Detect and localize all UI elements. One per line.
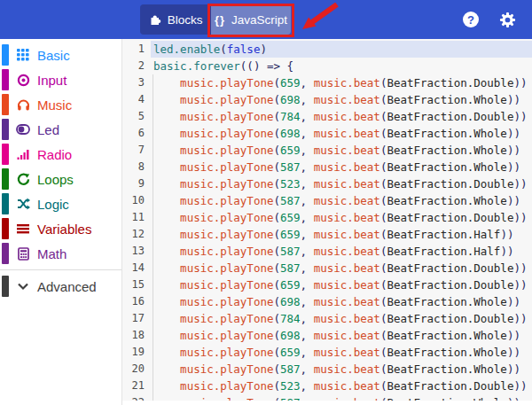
settings-button[interactable]	[499, 12, 516, 28]
sidebar-item-logic[interactable]: Logic	[0, 191, 121, 216]
code-text: music.playTone(523, music.beat(BeatFract…	[151, 378, 532, 394]
line-number: 12	[122, 226, 151, 243]
bars-icon	[16, 222, 30, 236]
code-text: music.playTone(659, music.beat(BeatFract…	[151, 209, 532, 226]
code-text: music.playTone(523, music.beat(BeatFract…	[151, 175, 532, 192]
code-line[interactable]: 2basic.forever(() => {	[122, 58, 532, 74]
code-line[interactable]: 5 music.playTone(784, music.beat(BeatFra…	[122, 108, 532, 125]
header-actions: ?	[463, 0, 516, 39]
code-line[interactable]: 16 music.playTone(698, music.beat(BeatFr…	[122, 293, 532, 310]
toolbox-category-list: Basic Input Music	[0, 39, 121, 299]
code-text: music.playTone(698, music.beat(BeatFract…	[151, 327, 532, 344]
code-line[interactable]: 8 music.playTone(587, music.beat(BeatFra…	[122, 159, 532, 175]
code-line[interactable]: 9 music.playTone(523, music.beat(BeatFra…	[122, 175, 532, 192]
code-text: music.playTone(659, music.beat(BeatFract…	[151, 344, 532, 361]
code-text: music.playTone(698, music.beat(BeatFract…	[151, 293, 532, 310]
code-text: music.playTone(587, music.beat(BeatFract…	[151, 243, 532, 260]
code-line[interactable]: 20 music.playTone(587, music.beat(BeatFr…	[122, 361, 532, 378]
sidebar-item-radio[interactable]: Radio	[0, 142, 121, 167]
code-line[interactable]: 15 music.playTone(659, music.beat(BeatFr…	[122, 276, 532, 293]
code-line[interactable]: 17 music.playTone(784, music.beat(BeatFr…	[122, 310, 532, 327]
code-text: music.playTone(587, music.beat(BeatFract…	[151, 159, 532, 175]
line-number: 7	[122, 142, 151, 159]
code-text: music.playTone(659, music.beat(BeatFract…	[151, 74, 532, 91]
calculator-icon	[16, 246, 30, 261]
line-number: 8	[122, 159, 151, 175]
signal-icon	[16, 147, 30, 161]
sidebar-item-music[interactable]: Music	[0, 92, 121, 117]
code-line[interactable]: 10 music.playTone(587, music.beat(BeatFr…	[122, 192, 532, 209]
shuffle-icon	[16, 197, 30, 211]
code-line[interactable]: 12 music.playTone(659, music.beat(BeatFr…	[122, 226, 532, 243]
sidebar-item-label: Input	[37, 73, 66, 88]
code-line[interactable]: 13 music.playTone(587, music.beat(BeatFr…	[122, 243, 532, 260]
sidebar-divider	[0, 269, 121, 270]
question-icon: ?	[467, 13, 474, 27]
gear-icon	[499, 12, 516, 28]
category-color-bar	[2, 94, 9, 115]
code-text: music.playTone(698, music.beat(BeatFract…	[151, 91, 532, 108]
refresh-icon	[16, 172, 30, 186]
editor-mode-tabs: Blocks {} JavaScript	[140, 4, 291, 35]
code-line[interactable]: 14 music.playTone(587, music.beat(BeatFr…	[122, 260, 532, 276]
line-number: 18	[122, 327, 151, 344]
sidebar-item-label: Loops	[37, 172, 74, 187]
code-text: music.playTone(698, music.beat(BeatFract…	[151, 125, 532, 142]
headphones-icon	[16, 97, 30, 112]
line-number: 4	[122, 91, 151, 108]
line-number: 5	[122, 108, 151, 125]
line-number: 14	[122, 260, 151, 276]
code-text: music.playTone(587, music.beat(BeatFract…	[151, 192, 532, 209]
line-number: 21	[122, 378, 151, 394]
line-number: 20	[122, 361, 151, 378]
line-number: 2	[122, 58, 151, 74]
code-text: music.playTone(659, music.beat(BeatFract…	[151, 142, 532, 159]
help-button[interactable]: ?	[463, 12, 479, 27]
sidebar-item-math[interactable]: Math	[0, 241, 121, 266]
toggle-icon	[16, 122, 30, 136]
line-number: 6	[122, 125, 151, 142]
sidebar-item-loops[interactable]: Loops	[0, 167, 121, 191]
line-number: 16	[122, 293, 151, 310]
sidebar-item-input[interactable]: Input	[0, 67, 121, 92]
code-line[interactable]: 1led.enable(false)	[122, 41, 532, 58]
sidebar-item-label: Math	[37, 246, 66, 261]
code-line[interactable]: 18 music.playTone(698, music.beat(BeatFr…	[122, 327, 532, 344]
line-number: 19	[122, 344, 151, 361]
code-text: led.enable(false)	[151, 41, 532, 58]
sidebar-item-advanced[interactable]: Advanced	[0, 274, 121, 299]
sidebar-item-label: Radio	[37, 147, 72, 162]
code-line[interactable]: 19 music.playTone(659, music.beat(BeatFr…	[122, 344, 532, 361]
code-line[interactable]: 4 music.playTone(698, music.beat(BeatFra…	[122, 91, 532, 108]
code-line[interactable]: 6 music.playTone(698, music.beat(BeatFra…	[122, 125, 532, 142]
code-text: music.playTone(784, music.beat(BeatFract…	[151, 108, 532, 125]
code-line[interactable]: 7 music.playTone(659, music.beat(BeatFra…	[122, 142, 532, 159]
code-line[interactable]: 21 music.playTone(523, music.beat(BeatFr…	[122, 378, 532, 394]
sidebar-item-led[interactable]: Led	[0, 117, 121, 142]
line-number: 13	[122, 243, 151, 260]
tab-blocks-label: Blocks	[168, 13, 203, 27]
sidebar-item-label: Led	[37, 122, 59, 137]
code-text: music.playTone(659, music.beat(BeatFract…	[151, 226, 532, 243]
line-number: 1	[122, 41, 151, 58]
line-number: 10	[122, 192, 151, 209]
toolbox-sidebar: Basic Input Music	[0, 39, 122, 405]
braces-icon: {}	[215, 13, 225, 27]
category-color-bar	[2, 168, 9, 190]
code-editor[interactable]: 1led.enable(false)2basic.forever(() => {…	[122, 39, 532, 405]
code-text: music.playTone(784, music.beat(BeatFract…	[151, 310, 532, 327]
sidebar-item-variables[interactable]: Variables	[0, 216, 121, 241]
code-line[interactable]: 11 music.playTone(659, music.beat(BeatFr…	[122, 209, 532, 226]
code-lines: 1led.enable(false)2basic.forever(() => {…	[122, 39, 532, 405]
code-line[interactable]: 3 music.playTone(659, music.beat(BeatFra…	[122, 74, 532, 91]
sidebar-item-basic[interactable]: Basic	[0, 43, 121, 67]
category-color-bar	[2, 44, 9, 66]
category-color-bar	[2, 193, 9, 214]
code-text: music.playTone(587, music.beat(BeatFract…	[151, 260, 532, 276]
editor-bottom-strip	[122, 401, 532, 405]
puzzle-icon	[149, 13, 161, 26]
category-color-bar	[2, 218, 9, 239]
chevron-down-icon	[16, 279, 30, 293]
tab-blocks[interactable]: Blocks	[140, 4, 211, 35]
tab-javascript[interactable]: {} JavaScript	[211, 4, 291, 35]
